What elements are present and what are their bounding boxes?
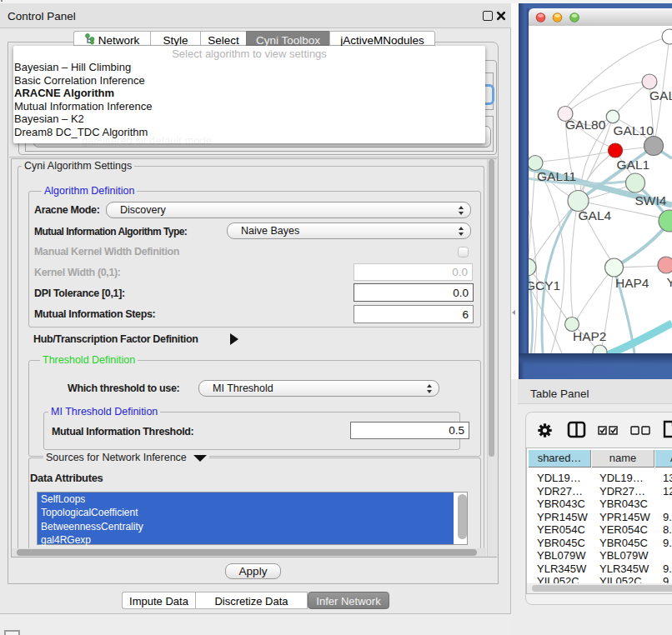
svg-text:GAL10: GAL10	[614, 123, 654, 138]
svg-text:HAP4: HAP4	[615, 276, 649, 290]
svg-text:HAP2: HAP2	[573, 329, 607, 343]
svg-text:GAL1: GAL1	[617, 158, 650, 172]
svg-text:GAL80: GAL80	[565, 118, 606, 132]
svg-text:GAL11: GAL11	[537, 169, 576, 183]
svg-text:SWI4: SWI4	[635, 193, 667, 208]
svg-text:GAL4: GAL4	[579, 208, 612, 222]
svg-text:GAL: GAL	[649, 88, 672, 102]
svg-text:GCY1: GCY1	[529, 278, 560, 292]
svg-text:Y: Y	[667, 275, 672, 289]
